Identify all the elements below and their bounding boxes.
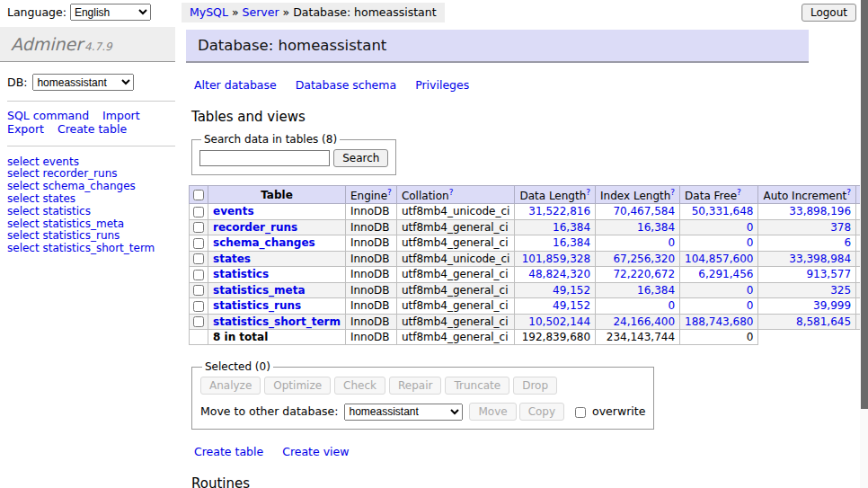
breadcrumb-link-server[interactable]: Server bbox=[243, 5, 279, 19]
table-name-link-recorder-runs[interactable]: recorder_runs bbox=[213, 221, 297, 234]
data-length-link[interactable]: 101,859,328 bbox=[522, 253, 590, 265]
check-button[interactable]: Check bbox=[334, 377, 385, 395]
link-create-table[interactable]: Create table bbox=[194, 445, 263, 458]
auto-increment-link[interactable]: 33,398,984 bbox=[789, 253, 851, 265]
index-length-link[interactable]: 16,384 bbox=[637, 221, 675, 234]
move-label: Move to other database: bbox=[200, 404, 338, 418]
auto-increment-link[interactable]: 39,999 bbox=[813, 299, 851, 312]
table-name-link-statistics[interactable]: statistics bbox=[213, 268, 269, 280]
data-free-link[interactable]: 188,743,680 bbox=[685, 315, 753, 328]
overwrite-checkbox[interactable] bbox=[575, 407, 586, 418]
data-length-cell: 49,152 bbox=[515, 282, 596, 298]
column-help-link[interactable]: ? bbox=[737, 188, 741, 197]
sidebar-table-links: select eventsselect recorder_runsselect … bbox=[7, 146, 175, 255]
sidebar-item-select-statistics-short-term[interactable]: select statistics_short_term bbox=[7, 243, 168, 254]
data-length-link[interactable]: 49,152 bbox=[553, 299, 590, 312]
data-free-link[interactable]: 0 bbox=[747, 236, 754, 249]
search-legend: Search data in tables (8) bbox=[201, 133, 340, 146]
row-checkbox[interactable] bbox=[193, 316, 204, 327]
data-free-link[interactable]: 0 bbox=[747, 284, 754, 297]
sidebar-item-select-recorder-runs[interactable]: select recorder_runs bbox=[7, 168, 168, 180]
auto-increment-link[interactable]: 33,898,196 bbox=[789, 205, 851, 217]
data-length-link[interactable]: 48,824,320 bbox=[528, 268, 590, 280]
data-free-link[interactable]: 104,857,600 bbox=[685, 253, 753, 265]
search-input[interactable] bbox=[199, 150, 330, 166]
data-free-link[interactable]: 50,331,648 bbox=[692, 205, 754, 217]
sidebar-link-create-table[interactable]: Create table bbox=[58, 122, 127, 136]
breadcrumb-link-mysql[interactable]: MySQL bbox=[190, 5, 228, 19]
repair-button[interactable]: Repair bbox=[389, 377, 441, 395]
column-help-link[interactable]: ? bbox=[670, 188, 675, 197]
analyze-button[interactable]: Analyze bbox=[200, 377, 261, 395]
sidebar-item-select-events[interactable]: select events bbox=[7, 156, 168, 168]
index-length-link[interactable]: 0 bbox=[668, 236, 675, 249]
sidebar-link-import[interactable]: Import bbox=[102, 109, 140, 122]
row-checkbox[interactable] bbox=[193, 285, 204, 296]
index-length-cell: 72,220,672 bbox=[596, 267, 680, 283]
column-help-link[interactable]: ? bbox=[387, 188, 392, 197]
copy-button[interactable]: Copy bbox=[519, 403, 564, 421]
table-name-link-statistics-meta[interactable]: statistics_meta bbox=[213, 284, 306, 297]
table-name-link-statistics-short-term[interactable]: statistics_short_term bbox=[213, 315, 341, 328]
data-length-link[interactable]: 31,522,816 bbox=[528, 205, 590, 217]
data-length-link[interactable]: 16,384 bbox=[553, 221, 590, 234]
column-help-link[interactable]: ? bbox=[586, 188, 590, 197]
search-button[interactable]: Search bbox=[333, 149, 388, 167]
row-checkbox[interactable] bbox=[193, 238, 204, 249]
column-header-engine: Engine? bbox=[345, 186, 396, 204]
truncate-button[interactable]: Truncate bbox=[445, 377, 509, 395]
index-length-link[interactable]: 0 bbox=[668, 299, 675, 312]
drop-button[interactable]: Drop bbox=[513, 377, 557, 395]
move-db-select[interactable]: homeassistant bbox=[344, 404, 463, 421]
auto-increment-link[interactable]: 8,581,645 bbox=[796, 315, 851, 328]
table-name-link-states[interactable]: states bbox=[213, 253, 251, 265]
sidebar-link-export[interactable]: Export bbox=[7, 122, 44, 136]
logout-button[interactable]: Logout bbox=[802, 4, 856, 22]
data-free-link[interactable]: 0 bbox=[747, 299, 754, 312]
table-name-link-statistics-runs[interactable]: statistics_runs bbox=[213, 299, 301, 312]
table-name-link-schema-changes[interactable]: schema_changes bbox=[213, 236, 315, 249]
sidebar-item-select-statistics-meta[interactable]: select statistics_meta bbox=[7, 218, 168, 230]
scrollbar-thumb[interactable] bbox=[861, 0, 868, 409]
index-length-link[interactable]: 72,220,672 bbox=[613, 268, 675, 280]
row-checkbox-cell bbox=[190, 235, 208, 252]
column-help-link[interactable]: ? bbox=[846, 188, 851, 197]
link-create-view[interactable]: Create view bbox=[282, 445, 349, 458]
sidebar-item-select-statistics-runs[interactable]: select statistics_runs bbox=[7, 230, 168, 242]
row-checkbox[interactable] bbox=[193, 207, 204, 217]
sidebar-link-sql-command[interactable]: SQL command bbox=[7, 109, 89, 122]
auto-increment-link[interactable]: 6 bbox=[844, 236, 851, 249]
link-privileges[interactable]: Privileges bbox=[415, 78, 469, 92]
sidebar-item-select-schema-changes[interactable]: select schema_changes bbox=[7, 181, 168, 192]
sidebar-item-select-states[interactable]: select states bbox=[7, 193, 168, 205]
data-length-link[interactable]: 16,384 bbox=[553, 236, 590, 249]
breadcrumb-current: Database: homeassistant bbox=[293, 5, 436, 19]
row-checkbox[interactable] bbox=[193, 222, 204, 233]
table-name-link-events[interactable]: events bbox=[213, 205, 254, 217]
index-length-link[interactable]: 16,384 bbox=[637, 284, 675, 297]
scrollbar[interactable] bbox=[860, 0, 868, 488]
row-checkbox[interactable] bbox=[193, 301, 204, 312]
optimize-button[interactable]: Optimize bbox=[264, 377, 331, 395]
auto-increment-link[interactable]: 378 bbox=[830, 221, 851, 234]
auto-increment-link[interactable]: 913,577 bbox=[806, 268, 851, 280]
index-length-link[interactable]: 67,256,320 bbox=[613, 253, 675, 265]
select-all-checkbox[interactable] bbox=[193, 190, 204, 200]
auto-increment-link[interactable]: 325 bbox=[830, 284, 851, 297]
move-button[interactable]: Move bbox=[469, 403, 516, 421]
data-free-link[interactable]: 6,291,456 bbox=[698, 268, 753, 280]
language-select[interactable]: English bbox=[70, 4, 151, 21]
column-help-link[interactable]: ? bbox=[449, 188, 454, 197]
index-length-link[interactable]: 70,467,584 bbox=[613, 205, 675, 217]
column-label: Data Free bbox=[685, 190, 737, 202]
data-length-link[interactable]: 49,152 bbox=[553, 284, 590, 297]
db-select[interactable]: homeassistant bbox=[32, 74, 134, 91]
row-checkbox[interactable] bbox=[193, 270, 204, 280]
link-database-schema[interactable]: Database schema bbox=[296, 78, 396, 92]
index-length-link[interactable]: 24,166,400 bbox=[613, 315, 675, 328]
data-length-link[interactable]: 10,502,144 bbox=[528, 315, 590, 328]
row-checkbox[interactable] bbox=[193, 253, 204, 264]
data-free-link[interactable]: 0 bbox=[747, 221, 754, 234]
sidebar-item-select-statistics[interactable]: select statistics bbox=[7, 206, 168, 217]
link-alter-database[interactable]: Alter database bbox=[194, 78, 277, 92]
